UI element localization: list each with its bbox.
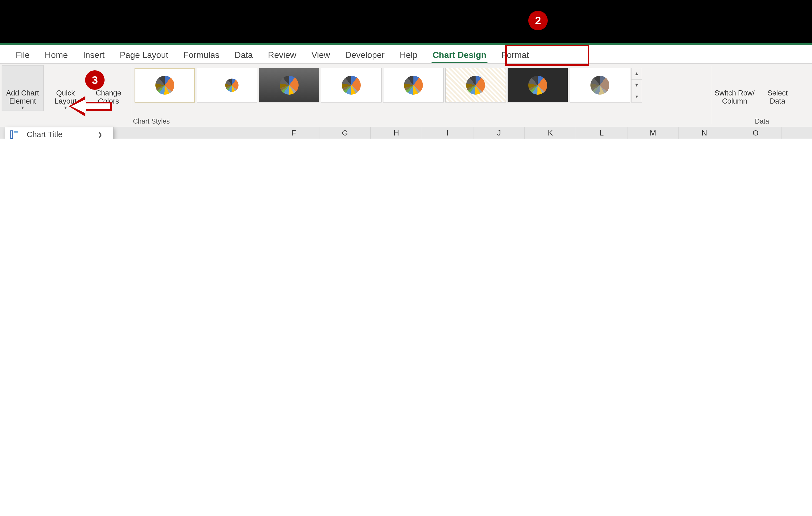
tab-data[interactable]: Data bbox=[227, 47, 260, 63]
select-data-button[interactable]: Select Data bbox=[757, 65, 799, 106]
column-header[interactable]: M bbox=[628, 127, 679, 139]
column-header[interactable]: I bbox=[422, 127, 473, 139]
tab-chart-design[interactable]: Chart Design bbox=[425, 47, 494, 63]
style-scroll-down[interactable]: ▼ bbox=[632, 80, 642, 91]
style-scroll-up[interactable]: ▲ bbox=[632, 68, 642, 80]
tab-insert[interactable]: Insert bbox=[76, 47, 112, 63]
column-header[interactable]: J bbox=[473, 127, 525, 139]
tab-file[interactable]: File bbox=[8, 47, 37, 63]
chart-title-icon bbox=[10, 130, 20, 139]
add-chart-element-menu: Chart Title ❯ Data Labels ❯ ▦ Data Table… bbox=[5, 127, 114, 139]
tab-home[interactable]: Home bbox=[37, 47, 76, 63]
tab-formulas[interactable]: Formulas bbox=[176, 47, 227, 63]
chart-style-1[interactable] bbox=[135, 68, 195, 103]
column-header[interactable]: G bbox=[319, 127, 371, 139]
add-chart-element-label: Add Chart Element bbox=[6, 89, 39, 105]
style-gallery-scroll: ▲ ▼ ▾ bbox=[631, 68, 642, 103]
chart-style-3[interactable] bbox=[259, 68, 319, 103]
chart-style-8[interactable] bbox=[570, 68, 630, 103]
style-scroll-more[interactable]: ▾ bbox=[632, 91, 642, 102]
tab-help[interactable]: Help bbox=[392, 47, 425, 63]
column-header[interactable]: N bbox=[679, 127, 730, 139]
tab-review[interactable]: Review bbox=[260, 47, 304, 63]
chart-style-4[interactable] bbox=[321, 68, 381, 103]
callout-2: 2 bbox=[528, 11, 548, 30]
ribbon-overflow bbox=[800, 65, 810, 68]
ribbon-tabs: File Home Insert Page Layout Formulas Da… bbox=[0, 45, 812, 63]
ribbon: Add Chart Element Quick Layout Change Co… bbox=[0, 63, 812, 127]
group-label-chart-styles: Chart Styles bbox=[133, 116, 710, 126]
tab-view[interactable]: View bbox=[304, 47, 338, 63]
chart-style-2[interactable] bbox=[197, 68, 257, 103]
callout-3: 3 bbox=[85, 70, 105, 90]
column-header[interactable]: H bbox=[371, 127, 422, 139]
switch-row-column-label: Switch Row/ Column bbox=[715, 89, 755, 105]
quick-layout-label: Quick Layout bbox=[55, 89, 77, 105]
tab-developer[interactable]: Developer bbox=[338, 47, 392, 63]
tab-format[interactable]: Format bbox=[494, 47, 536, 63]
menu-chart-title-label: Chart Title bbox=[27, 130, 62, 139]
svg-rect-23 bbox=[14, 131, 18, 133]
ribbon-group-chart-layouts: Add Chart Element Quick Layout Change Co… bbox=[0, 63, 131, 127]
tab-page-layout[interactable]: Page Layout bbox=[112, 47, 176, 63]
column-header[interactable]: O bbox=[730, 127, 781, 139]
menu-chart-title[interactable]: Chart Title ❯ bbox=[5, 127, 113, 139]
svg-rect-22 bbox=[10, 131, 12, 138]
select-data-label: Select Data bbox=[767, 89, 788, 105]
column-headers: FGHIJKLMNO bbox=[0, 127, 812, 139]
switch-row-column-button[interactable]: Switch Row/ Column bbox=[714, 65, 756, 106]
column-header[interactable]: F bbox=[268, 127, 319, 139]
column-header[interactable]: L bbox=[576, 127, 628, 139]
chevron-right-icon: ❯ bbox=[97, 131, 103, 138]
ribbon-group-chart-styles: ▲ ▼ ▾ Chart Styles bbox=[131, 63, 712, 127]
chart-style-7[interactable] bbox=[508, 68, 568, 103]
title-bar-region: 2 bbox=[0, 0, 812, 43]
ribbon-group-data: Switch Row/ Column Select Data Data bbox=[712, 63, 812, 127]
worksheet-area: FGHIJKLMNO Chart Title ❯ Data Labels ❯ ▦… bbox=[0, 127, 812, 139]
chart-style-6[interactable] bbox=[445, 68, 506, 103]
chart-style-gallery bbox=[133, 65, 630, 103]
group-label-data: Data bbox=[755, 116, 769, 126]
column-header[interactable]: K bbox=[525, 127, 576, 139]
add-chart-element-button[interactable]: Add Chart Element bbox=[2, 65, 44, 111]
chart-style-5[interactable] bbox=[383, 68, 444, 103]
